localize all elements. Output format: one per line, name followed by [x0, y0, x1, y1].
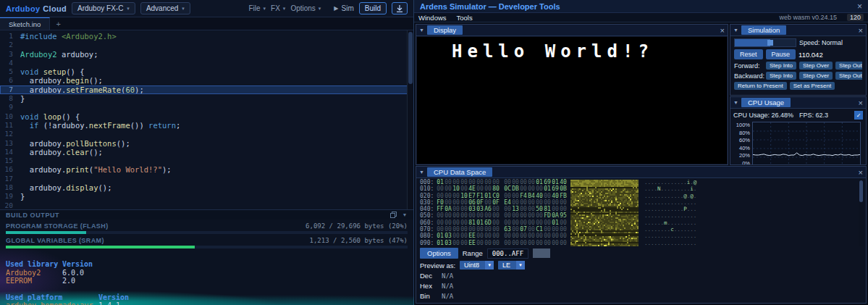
display-tab[interactable]: Display	[427, 25, 463, 35]
menu-windows[interactable]: Windows	[418, 14, 447, 22]
code-line-10[interactable]: 10void loop() {	[0, 112, 413, 121]
cpu-usage-window-header[interactable]: ▼ CPU Usage ×	[730, 97, 866, 109]
code-line-14[interactable]: 14 arduboy.clear();	[0, 148, 413, 156]
pause-button[interactable]: Pause	[766, 49, 796, 59]
data-space-window-header[interactable]: ▼ CPU Data Space ×	[416, 167, 866, 178]
code-line-17[interactable]: 17	[0, 175, 413, 183]
code-line-13[interactable]: 13 arduboy.pollButtons();	[0, 139, 413, 148]
options-menu-button[interactable]: Options ▾	[290, 4, 321, 12]
code-line-15[interactable]: 15	[0, 156, 413, 165]
options-button[interactable]: Options	[420, 248, 458, 259]
backward-step-over-button[interactable]: Step Over	[799, 72, 833, 80]
collapse-icon[interactable]: ▼	[733, 100, 738, 105]
download-button[interactable]	[392, 2, 408, 14]
collapse-icon[interactable]: ▼	[419, 170, 424, 175]
display-window-header[interactable]: ▼ Display ×	[416, 25, 728, 36]
memory-visualization[interactable]	[570, 180, 639, 246]
preview-type-select[interactable]: Uint8 ▼	[460, 261, 494, 270]
sram-bar-fill	[6, 246, 195, 248]
tab-sketch-ino[interactable]: Sketch.ino	[0, 17, 50, 30]
ardens-devtools: Ardens Simulator — Developer Tools × Win…	[414, 0, 868, 305]
code-line-3[interactable]: 3Arduboy2 arduboy;	[0, 50, 413, 59]
hex-row-020[interactable]: 020:00000010E7F101C00000F4B4400040FB	[420, 193, 570, 199]
code-line-19[interactable]: 19}	[0, 192, 413, 201]
code-line-7[interactable]: 7 arduboy.setFrameRate(60);	[0, 85, 413, 94]
hex-row-000[interactable]: 000:01000000000000000000000001690140	[420, 179, 570, 185]
hex-row-010[interactable]: 010:000010004E0000800CDB00000001690B	[420, 185, 570, 192]
simulation-tab[interactable]: Simulation	[741, 25, 786, 35]
line-number: 6	[0, 76, 20, 85]
devtools-titlebar[interactable]: Ardens Simulator — Developer Tools ×	[414, 0, 868, 13]
close-icon[interactable]: ×	[859, 168, 863, 177]
code-line-8[interactable]: 8}	[0, 94, 413, 103]
collapse-icon[interactable]: ▼	[733, 28, 738, 33]
simulation-window-header[interactable]: ▼ Simulation ×	[730, 25, 866, 36]
reset-button[interactable]: Reset	[734, 49, 763, 59]
return-to-present-button[interactable]: Return to Present	[734, 82, 787, 90]
copy-icon[interactable]	[390, 212, 397, 218]
sram-value: 1,213 / 2,560 bytes (47%)	[310, 237, 408, 244]
code-line-20[interactable]: 20	[0, 201, 413, 209]
close-icon[interactable]: ×	[859, 26, 863, 35]
data-space-tab[interactable]: CPU Data Space	[427, 167, 492, 177]
code-line-12[interactable]: 12	[0, 130, 413, 138]
close-icon[interactable]: ×	[859, 99, 863, 107]
hex-scrollbar[interactable]	[859, 179, 864, 246]
new-tab-button[interactable]: +	[50, 17, 66, 30]
hex-row-090[interactable]: 090:01030000EE0000000000000000000000	[420, 240, 570, 246]
line-number: 11	[0, 121, 20, 130]
scrollbar-thumb[interactable]	[408, 32, 413, 84]
hex-row-070[interactable]: 070:000000000000000063000700C1000000	[420, 226, 570, 233]
devtools-title: Ardens Simulator — Developer Tools	[420, 2, 560, 11]
cpu-usage-tab[interactable]: CPU Usage	[741, 98, 791, 107]
slider-grab[interactable]	[767, 40, 773, 46]
backward-step-into-button[interactable]: Step Into	[766, 72, 796, 80]
set-as-present-button[interactable]: Set as Present	[790, 82, 835, 90]
arduboy-screen: Hello World!?	[417, 37, 727, 164]
code-line-11[interactable]: 11 if (!arduboy.nextFrame()) return;	[0, 121, 413, 130]
fx-menu-button[interactable]: FX ▾	[271, 4, 285, 12]
download-icon	[396, 5, 403, 12]
forward-step-over-button[interactable]: Step Over	[799, 62, 833, 70]
build-button-label: Build	[365, 4, 381, 12]
file-menu-button[interactable]: File ▾	[248, 4, 266, 12]
line-number: 10	[0, 112, 20, 121]
hex-row-050[interactable]: 050:00000000000000000000000000FD0A95	[420, 212, 570, 219]
hex-row-040[interactable]: 040:FF0A00000303A6000013000050810000	[420, 206, 570, 212]
speed-slider[interactable]	[734, 38, 796, 47]
forward-step-out-button[interactable]: Step Out	[835, 62, 862, 70]
backward-step-out-button[interactable]: Step Out	[835, 72, 862, 80]
code-line-1[interactable]: 1#include <Arduboy2.h>	[0, 32, 413, 41]
scrollbar-thumb[interactable]	[859, 180, 863, 202]
hex-row-060[interactable]: 060:0000000081016D000000000000000100	[420, 220, 570, 226]
forward-step-into-button[interactable]: Step Into	[766, 62, 796, 70]
code-line-9[interactable]: 9	[0, 103, 413, 112]
code-line-6[interactable]: 6 arduboy.begin();	[0, 76, 413, 85]
range-input[interactable]: 000..AFF	[487, 248, 528, 259]
collapse-output-icon[interactable]: ▼	[402, 212, 408, 217]
menu-tools[interactable]: Tools	[457, 14, 473, 22]
device-select[interactable]: Arduboy FX-C ▾	[72, 2, 135, 14]
build-button[interactable]: Build	[359, 2, 387, 14]
code-editor[interactable]: 1#include <Arduboy2.h>23Arduboy2 arduboy…	[0, 30, 413, 209]
cpu-graph-checkbox[interactable]: ✓	[854, 111, 863, 120]
advanced-menu-button[interactable]: Advanced ▾	[140, 2, 190, 14]
code-line-4[interactable]: 4	[0, 59, 413, 67]
editor-scrollbar[interactable]	[407, 30, 413, 209]
endianness-select[interactable]: LE ▼	[498, 261, 525, 270]
hex-row-080[interactable]: 080:01030000EE0000000000000000000000	[420, 233, 570, 239]
build-output-header[interactable]: BUILD OUTPUT ▼	[0, 209, 413, 220]
sim-button[interactable]: ▶ Sim	[334, 4, 353, 12]
close-icon[interactable]: ×	[720, 26, 725, 35]
code-line-16[interactable]: 16 arduboy.print("Hello World!?");	[0, 165, 413, 174]
bin-label: Bin	[420, 292, 442, 300]
close-icon[interactable]: ×	[857, 1, 862, 12]
collapse-icon[interactable]: ▼	[419, 28, 424, 33]
hex-row-030[interactable]: 030:F0000000060F000FE400000000000000	[420, 199, 570, 206]
code-line-18[interactable]: 18 arduboy.display();	[0, 183, 413, 192]
code-line-2[interactable]: 2	[0, 41, 413, 49]
line-number: 4	[0, 59, 20, 67]
code-line-5[interactable]: 5void setup() {	[0, 67, 413, 76]
range-extra-input[interactable]	[533, 248, 550, 258]
hex-dump[interactable]: 000:01000000000000000000000001690140010:…	[420, 179, 856, 246]
